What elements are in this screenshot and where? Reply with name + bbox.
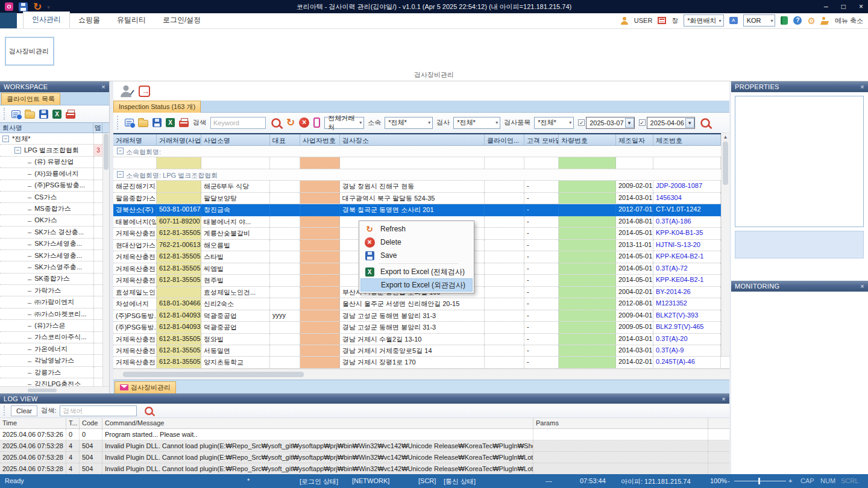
tree-row[interactable]: –OK가스 <box>0 215 102 227</box>
filter-select-0[interactable]: 전체거래처▾ <box>324 117 364 129</box>
excel-icon[interactable] <box>52 110 61 119</box>
grid-row[interactable]: 거제옥산충전...612-81-35505정와빌경남 거제시 수월2길 13-1… <box>113 334 729 345</box>
minimize-button[interactable]: – <box>824 2 828 11</box>
tree-row[interactable]: –SK종합가스 <box>0 274 102 285</box>
app-icon[interactable] <box>5 2 13 11</box>
user-icon[interactable] <box>620 17 629 25</box>
grid-row[interactable]: 거제옥산충전...612-81-35505양지초등학교경남 거제시 장평1로 1… <box>113 357 729 368</box>
save-icon[interactable] <box>153 118 162 127</box>
tree-node[interactable]: –SK종합가스 <box>0 274 93 283</box>
tree-node[interactable]: –MS종합가스 <box>0 204 93 213</box>
tree-node[interactable]: –㈜가람이엔지 <box>0 298 93 307</box>
date-from-picker[interactable]: 2025-03-07 <box>578 117 634 129</box>
tree-row[interactable]: –㈜가스마켓코리... <box>0 308 102 320</box>
monitoring-close-icon[interactable]: × <box>860 283 864 290</box>
grid-column-header[interactable]: 클라이언... <box>485 134 524 145</box>
tree-node[interactable]: –강릉가스 <box>0 368 93 377</box>
grid-row[interactable]: (주)PSG동방...612-81-04093덕광중공업경남 고성군 동해면 봉… <box>113 322 729 333</box>
menu-collapse-label[interactable]: 메뉴 축소 <box>835 16 863 25</box>
tree-row[interactable]: –CS가스 <box>0 192 102 203</box>
open-folder-icon[interactable] <box>138 120 148 127</box>
tree-node[interactable]: –(유)가스은 <box>0 321 93 330</box>
log-view-close-icon[interactable]: × <box>722 395 726 402</box>
quick-refresh-icon[interactable] <box>33 2 42 12</box>
filter-search-icon[interactable] <box>700 118 710 128</box>
log-column-header[interactable]: Command/Message <box>102 418 533 428</box>
log-row[interactable]: 2025.04.06 07:53:284504Invalid Plugin DL… <box>0 463 729 475</box>
tree-row[interactable]: –㈜가람이엔지 <box>0 296 102 308</box>
tab-login-settings[interactable]: 로그인/설정 <box>154 13 209 28</box>
export-exit-icon[interactable] <box>139 86 150 97</box>
log-row[interactable]: 2025.04.06 07:53:284504Invalid Plugin DL… <box>0 440 729 452</box>
tab-equipment-management[interactable]: 검사장비관리 <box>115 381 176 393</box>
print-icon[interactable] <box>179 120 189 127</box>
client-check-icon[interactable]: ✓ <box>120 85 133 97</box>
menu-item[interactable]: Delete <box>360 236 473 249</box>
menu-collapse-icon[interactable] <box>821 17 829 25</box>
delete-icon[interactable] <box>299 117 309 128</box>
collapse-icon[interactable] <box>117 171 124 178</box>
keyword-search-input[interactable] <box>210 117 266 129</box>
grid-column-header[interactable]: 거래처명(사업... <box>157 134 201 145</box>
grid-row[interactable]: (주)PSG동방...612-81-04093덕광중공업yyyy경남 고성군 동… <box>113 310 729 322</box>
tree-row[interactable]: –SK가스세영충... <box>0 250 102 261</box>
tree-node[interactable]: –SK가스세영충... <box>0 251 93 260</box>
filter-select-1[interactable]: *전체*▾ <box>385 117 433 129</box>
grid-column-header[interactable]: 사업자번호 <box>300 134 340 145</box>
tree-row[interactable]: LPG 벌크조합협회3 <box>0 145 102 156</box>
tree-node[interactable]: *전체* <box>0 134 93 143</box>
log-clear-button[interactable]: Clear <box>11 405 37 416</box>
grid-column-header[interactable]: 차량번호 <box>559 134 616 145</box>
tree-row[interactable]: –가락가스 <box>0 285 102 296</box>
tree-node[interactable]: –SK가스 경산충... <box>0 228 93 237</box>
tree-row[interactable]: –각남영남가스 <box>0 355 102 366</box>
tree-row[interactable]: –가온에너지 <box>0 343 102 355</box>
refresh-icon[interactable] <box>286 117 295 128</box>
language-select[interactable]: KOR▾ <box>743 14 776 27</box>
collapse-icon[interactable] <box>117 148 124 154</box>
tree-node[interactable]: –SK가스세영충... <box>0 239 93 248</box>
collapse-icon[interactable] <box>14 147 21 154</box>
tree-row[interactable]: –강진LPG충전소 <box>0 378 102 386</box>
grid-row[interactable] <box>113 157 729 169</box>
window-layout-icon[interactable] <box>658 17 666 24</box>
tree-node[interactable]: –CS가스 <box>0 193 93 202</box>
grid-column-header[interactable]: 고객 모바일 <box>524 134 559 145</box>
mobile-icon[interactable] <box>313 117 320 128</box>
tab-shop[interactable]: 쇼핑몰 <box>70 13 108 28</box>
grid-group-row[interactable]: 소속협회명: <box>113 146 729 157</box>
grid-column-header[interactable]: 제조번호 <box>653 134 721 145</box>
log-search-icon[interactable] <box>145 407 153 415</box>
equipment-management-button[interactable]: 검사장비관리 <box>5 37 54 66</box>
log-row[interactable]: 2025.04.06 07:53:284504Invalid Plugin DL… <box>0 452 729 463</box>
tree-row[interactable]: *전체* <box>0 133 102 145</box>
tab-insa[interactable]: 인사관리 <box>23 11 70 28</box>
grid-column-header[interactable]: 대표 <box>270 134 300 145</box>
grid-row[interactable]: 경북산소(주)503-81-00167창진금속경북 칠곡군 동명면 소사리 20… <box>113 204 729 216</box>
maximize-button[interactable]: □ <box>841 2 846 11</box>
add-list-icon[interactable] <box>125 119 134 127</box>
tab-utility[interactable]: 유틸리티 <box>108 13 154 28</box>
close-button[interactable]: × <box>859 2 863 11</box>
tree-node[interactable]: –가온에너지 <box>0 345 93 354</box>
tree-row[interactable]: –MS종합가스 <box>0 203 102 214</box>
tree-node[interactable]: –(주)PSG동방충... <box>0 181 93 190</box>
tree-node[interactable]: –강진LPG충전소 <box>0 380 93 386</box>
tree-node[interactable]: –OK가스 <box>0 216 93 225</box>
log-column-header[interactable]: T... <box>66 418 80 428</box>
tree-row[interactable]: –(유)가스은 <box>0 320 102 331</box>
tree-row[interactable]: –(자)와룡에너지 <box>0 168 102 180</box>
tree-row[interactable]: –강릉가스 <box>0 367 102 378</box>
menu-item[interactable]: Refresh <box>360 222 473 236</box>
screen-layout-select[interactable]: *화면배치▾ <box>684 14 723 27</box>
search-icon[interactable] <box>271 118 281 128</box>
add-list-icon[interactable] <box>11 110 20 118</box>
quick-access-dropdown-icon[interactable] <box>47 3 50 10</box>
tree-row[interactable]: –SK가스영주충... <box>0 261 102 273</box>
tree-node[interactable]: LPG 벌크조합협회 <box>0 146 93 155</box>
tree-node[interactable]: –(자)와룡에너지 <box>0 169 93 178</box>
grid-vertical-scrollbar[interactable]: ▲ <box>721 133 729 356</box>
date-to-checkbox[interactable] <box>639 119 646 126</box>
open-folder-icon[interactable] <box>25 111 35 119</box>
grid-row[interactable]: 해군진해기지...해군6부두 식당경남 창원시 진해구 현동-2009-02-0… <box>113 181 729 192</box>
